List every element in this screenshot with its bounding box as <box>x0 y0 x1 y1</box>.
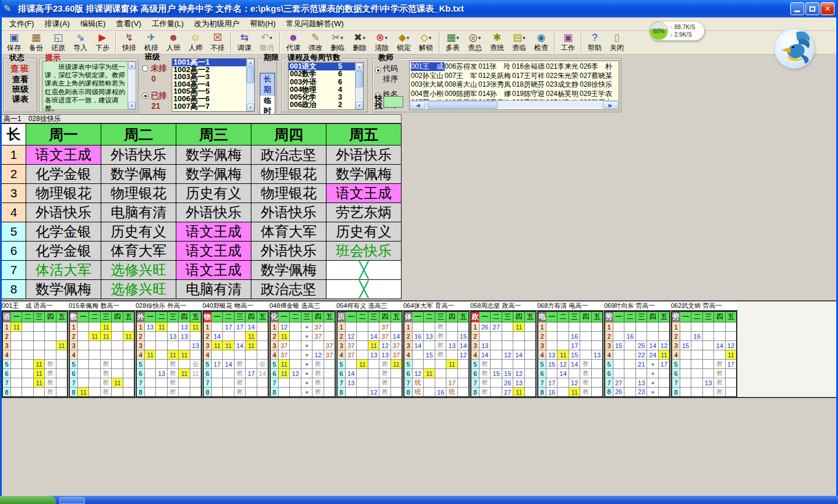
teacher-list-item[interactable]: 007王 军 <box>445 72 478 80</box>
start-button[interactable] <box>0 496 56 504</box>
teacher-list-item[interactable]: 019陈守迎 <box>512 90 546 98</box>
hint-scrollbar[interactable]: ▲ ▼ <box>127 62 136 109</box>
导入-button[interactable]: ⇘导入 <box>69 31 91 52</box>
radio-未排[interactable] <box>142 65 148 72</box>
dropdown-arrow-icon[interactable]: ▾ <box>456 35 459 41</box>
scrollbar-thumb[interactable] <box>428 101 498 109</box>
dropdown-arrow-icon[interactable]: ▾ <box>269 35 272 41</box>
radio-代码排序[interactable] <box>375 67 381 73</box>
机排-button[interactable]: ✈机排 <box>140 31 162 52</box>
查统-button[interactable]: ✱查统 <box>486 31 508 52</box>
teacher-list-item[interactable]: 001王 成 <box>411 62 445 71</box>
scroll-down-icon[interactable]: ▼ <box>128 102 136 109</box>
撤消-button[interactable]: ↶▾撤消 <box>255 31 278 52</box>
teacher-list-item[interactable]: 014孙 娜 <box>478 90 512 98</box>
menu-item[interactable]: 改为初级用户 <box>189 17 245 30</box>
timetable-cell[interactable]: 外语快乐 <box>251 203 326 222</box>
timetable-cell[interactable]: 劳艺东炳 <box>326 203 402 222</box>
teacher-list-item[interactable]: 006苏得发 <box>445 62 478 71</box>
course-list-item[interactable]: 005化学3 <box>289 94 355 101</box>
quick-find-input[interactable] <box>384 96 403 108</box>
删临-button[interactable]: ✂▾删临 <box>326 31 349 52</box>
timetable-cell[interactable]: 物理银花 <box>26 184 101 203</box>
timetable-cell[interactable]: 班会快乐 <box>326 242 402 261</box>
timetable-cell[interactable]: 体育大军 <box>251 222 326 242</box>
teacher-list-item[interactable]: 023成文静 <box>546 80 580 89</box>
timetable-cell[interactable]: 选修兴旺 <box>101 261 176 280</box>
删除-button[interactable]: ✖▾删除 <box>349 31 371 52</box>
teacher-list-item[interactable]: 028徐快乐 <box>580 80 613 89</box>
scroll-down-icon[interactable]: ▼ <box>356 102 363 109</box>
radio-已排[interactable] <box>142 93 148 99</box>
查临-button[interactable]: ▤▾查临 <box>508 31 530 52</box>
menu-item[interactable]: 工作量(L) <box>147 17 189 30</box>
锁定-button[interactable]: ◆▾锁定 <box>393 31 415 52</box>
timetable-cell[interactable]: 体活大军 <box>26 261 101 280</box>
timetable-cell[interactable]: 化学金银 <box>26 242 101 261</box>
course-list-item[interactable]: 003外语6 <box>289 79 355 86</box>
dropdown-arrow-icon[interactable]: ▾ <box>429 35 432 41</box>
解锁-button[interactable]: ◇▾解锁 <box>415 31 437 52</box>
timetable-cell[interactable]: 外语快乐 <box>26 203 101 222</box>
status-line[interactable]: 课表 <box>4 94 37 104</box>
不排-button[interactable]: ☒不排 <box>207 31 229 52</box>
timetable-cell[interactable]: 数学佩梅 <box>251 261 326 280</box>
check-class-link[interactable]: 查班 <box>4 63 37 74</box>
teacher-list-item[interactable]: 029王学农 <box>580 90 613 98</box>
timetable-cell[interactable]: 数学佩梅 <box>101 165 176 184</box>
timetable-cell[interactable]: 物理银花 <box>251 184 326 203</box>
timetable-cell[interactable]: 化学金银 <box>26 165 101 184</box>
工作-button[interactable]: ▣工作 <box>557 31 579 52</box>
人班-button[interactable]: ☻人班 <box>162 31 184 52</box>
查总-button[interactable]: ◎▾查总 <box>464 31 486 52</box>
dropdown-arrow-icon[interactable]: ▾ <box>523 35 525 41</box>
还原-button[interactable]: ◱还原 <box>47 31 69 52</box>
代课-button[interactable]: ☻代课 <box>282 31 304 52</box>
course-list-scrollbar[interactable]: ▲ ▼ <box>355 63 363 109</box>
timetable-cell[interactable]: 历史有义 <box>326 222 402 242</box>
bird-logo[interactable] <box>774 28 815 69</box>
timetable-cell[interactable]: 语文王成 <box>326 184 402 203</box>
status-line[interactable]: 查看 <box>4 74 37 84</box>
menu-item[interactable]: 文件(F) <box>4 17 40 30</box>
teacher-list-item[interactable]: 027蔡晓某 <box>580 72 613 80</box>
dropdown-arrow-icon[interactable]: ▾ <box>478 35 481 41</box>
maximize-button[interactable] <box>805 2 819 15</box>
teacher-list-item[interactable]: 004曹小刚 <box>411 90 445 98</box>
course-list-item[interactable]: 004物理4 <box>289 86 355 94</box>
taskbar-window-button[interactable] <box>59 497 85 504</box>
scrollbar-thumb[interactable] <box>247 67 254 83</box>
timetable-cell[interactable]: 物理银花 <box>251 165 326 184</box>
taskbar[interactable] <box>0 496 838 504</box>
timetable-cell[interactable]: 语文王成 <box>176 261 251 280</box>
course-list-item[interactable]: 006政治2 <box>289 101 355 109</box>
class-list-scrollbar[interactable]: ▲ ▼ <box>246 59 254 111</box>
快排-button[interactable]: ↯快排 <box>118 31 140 52</box>
timetable-cell[interactable]: 化学金银 <box>26 222 101 242</box>
强改-button[interactable]: ✎强改 <box>304 31 326 52</box>
timetable-cell[interactable]: ╳ <box>326 261 402 280</box>
dropdown-arrow-icon[interactable]: ▾ <box>363 35 365 41</box>
人师-button[interactable]: ☺人师 <box>184 31 207 52</box>
调课-button[interactable]: ⇆调课 <box>233 31 255 52</box>
download-speed-widget[interactable]: 60% ↑ 88.7K/S ↓ 2.9K/S <box>649 21 705 41</box>
class-list[interactable]: 1001高一11002高一21003高一31004高一41005高一51006高… <box>172 58 255 112</box>
下步-button[interactable]: ▶下步 <box>91 31 113 52</box>
close-button[interactable]: ✕ <box>821 2 835 15</box>
class-list-item[interactable]: 1007高一7 <box>172 103 246 111</box>
teacher-list-item[interactable]: 012吴跃梅 <box>478 72 512 80</box>
scroll-up-icon[interactable]: ▲ <box>128 62 136 69</box>
timetable-cell[interactable]: 外语快乐 <box>176 203 251 222</box>
timetable-cell[interactable]: 历史有义 <box>101 222 176 242</box>
teacher-list-item[interactable]: 016余福德 <box>512 62 546 71</box>
timetable-cell[interactable]: 政治志坚 <box>251 145 326 165</box>
teacher-list-item[interactable]: 022朱光荣 <box>546 72 580 80</box>
teacher-list-item[interactable]: 003张大斌 <box>411 80 445 89</box>
timetable-cell[interactable]: 语文王成 <box>176 242 251 261</box>
menu-item[interactable]: 帮助(H) <box>245 17 281 30</box>
timetable-cell[interactable]: 数学佩梅 <box>26 280 101 299</box>
timetable-cell[interactable]: 电脑有清 <box>176 280 251 299</box>
timetable-cell[interactable]: 外语快乐 <box>251 242 326 261</box>
teacher-list-item[interactable]: 008蒋大山 <box>445 80 478 89</box>
teacher-list-item[interactable]: 026李 朴 <box>580 62 613 71</box>
